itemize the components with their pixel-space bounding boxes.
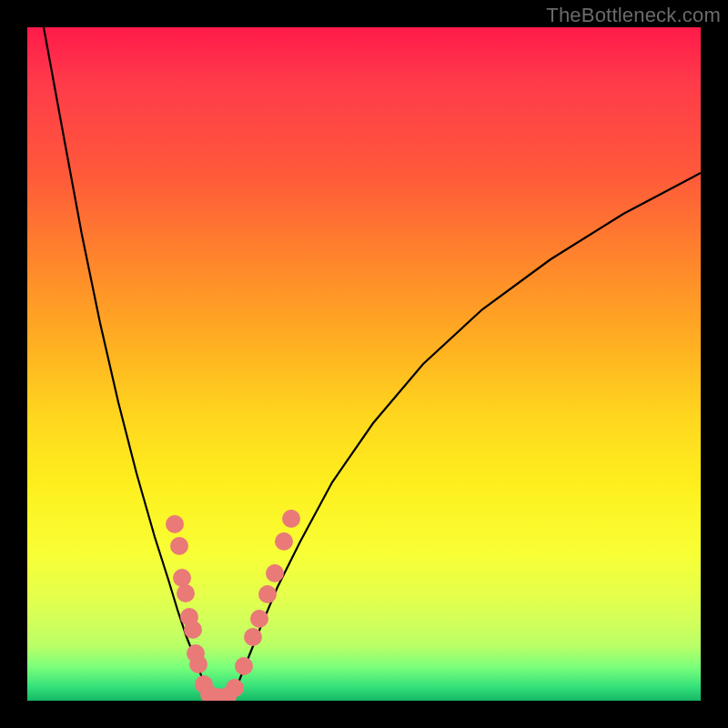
scatter-dot: [266, 564, 284, 582]
chart-svg: [27, 27, 701, 701]
scatter-dot: [282, 510, 300, 528]
scatter-dot: [258, 585, 277, 603]
scatter-dot: [226, 679, 244, 697]
plot-area: [27, 27, 701, 701]
watermark-label: TheBottleneck.com: [546, 4, 721, 27]
scatter-dot: [184, 621, 202, 639]
scatter-dot: [170, 537, 188, 555]
curve-right: [232, 173, 701, 696]
scatter-dot: [244, 628, 262, 646]
scatter-dot: [235, 657, 253, 675]
scatter-dot: [275, 532, 293, 551]
stage: TheBottleneck.com: [0, 0, 728, 728]
scatter-dot: [166, 515, 184, 533]
scatter-dots: [166, 510, 300, 701]
scatter-dot: [177, 584, 195, 602]
scatter-dot: [189, 655, 207, 673]
scatter-dot: [250, 610, 268, 628]
scatter-dot: [173, 569, 191, 587]
